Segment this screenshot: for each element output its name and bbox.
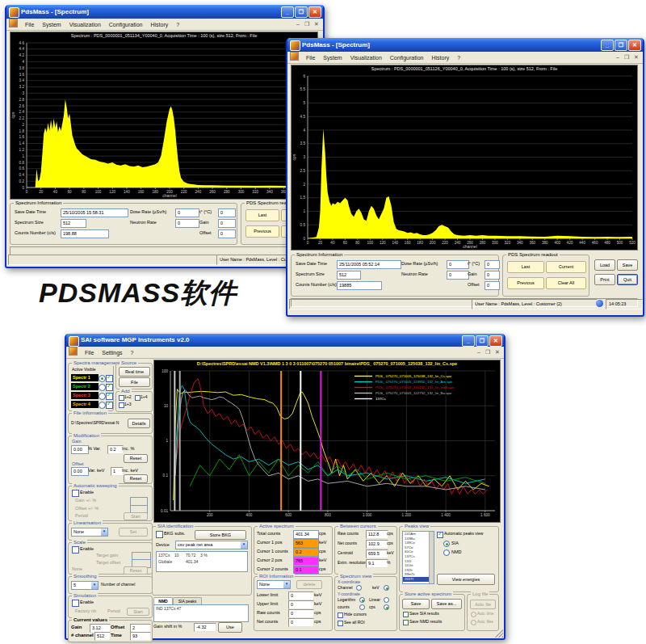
neutron-rate-value[interactable]: 0 (447, 271, 469, 280)
sia-results-list[interactable]: 137Cs 10 70.72 3 % Globale 401.34 (156, 551, 248, 572)
scale-enable-checkbox[interactable] (72, 546, 79, 554)
see-all-roi-checkbox[interactable] (338, 621, 343, 626)
last-button[interactable]: Last (245, 209, 279, 221)
gain-shift-value[interactable]: -4.32 (194, 623, 216, 632)
hide-cursors-checkbox[interactable] (338, 612, 343, 618)
dose-rate-value[interactable]: 0 (447, 260, 469, 269)
spectr4-label[interactable]: Spectr 4 (71, 401, 99, 408)
spectrum-size-value[interactable]: 512 (61, 219, 86, 228)
nmd-radio[interactable] (443, 549, 450, 556)
logarithm-radio[interactable] (359, 597, 365, 603)
add-1-2-checkbox[interactable] (119, 395, 124, 401)
upper-limit-value[interactable]: 0 (288, 600, 314, 609)
mdi-child-buttons[interactable]: – ❐ ✕ (616, 52, 640, 63)
save-nmd-results-checkbox[interactable] (403, 620, 409, 625)
resize-grip[interactable] (495, 629, 503, 638)
counts-radio[interactable] (359, 604, 365, 610)
menu-help[interactable]: ? (127, 347, 138, 359)
real-time-button[interactable]: Real time (119, 367, 150, 377)
save-sia-results-checkbox[interactable] (403, 612, 409, 617)
previous-button[interactable]: Previous (507, 277, 544, 289)
listbox-scrollbar[interactable] (429, 532, 434, 583)
menu-visualization[interactable]: Visualization (346, 53, 386, 64)
sia-result-row[interactable]: Globale 401.34 (157, 558, 247, 565)
view-energies-button[interactable]: View energies (437, 574, 495, 585)
simulation-enable-checkbox[interactable] (72, 600, 79, 607)
menu-configuration[interactable]: Configuration (386, 53, 428, 64)
spectr2-visible-checkbox[interactable] (106, 384, 113, 391)
gain-value[interactable]: 0 (484, 271, 500, 280)
counts-value[interactable]: 19885 (337, 281, 382, 290)
title-bar[interactable]: PdsMass - [Spectrum] _ ❐ ✕ (287, 38, 643, 52)
bkg-subs-checkbox[interactable] (156, 531, 163, 538)
kev-radio[interactable] (384, 585, 389, 591)
linearisation-select[interactable]: None (71, 528, 108, 537)
linear-radio[interactable] (384, 597, 389, 603)
spectr4-active-radio[interactable] (99, 402, 106, 409)
sia-radio[interactable] (443, 541, 450, 547)
menu-file[interactable]: File (21, 19, 38, 31)
minimize-button[interactable]: _ (281, 6, 294, 18)
temp-value[interactable]: 0 (484, 260, 500, 269)
menu-visualization[interactable]: Visualization (65, 19, 105, 31)
device-select[interactable]: csv peak net area (175, 541, 248, 549)
save-spectrum-button[interactable]: Save (402, 599, 430, 609)
sai-spectrum-plot[interactable]: D:\Spectres\SPRD\essai NMD V1.3\NMD 1 3 … (153, 360, 501, 523)
spectr3-visible-checkbox[interactable] (106, 393, 113, 400)
cps-radio[interactable] (384, 604, 389, 610)
file-button[interactable]: File (119, 377, 150, 387)
current-button[interactable]: Current (546, 261, 586, 273)
previous-button[interactable]: Previous (245, 225, 279, 238)
title-bar[interactable]: SAI software MGP Instruments v2.0 _ ❐ ✕ (66, 334, 504, 347)
spectr2-active-radio[interactable] (99, 384, 106, 391)
close-button[interactable]: ✕ (308, 6, 321, 18)
maximize-button[interactable]: ❐ (295, 6, 308, 18)
channel-radio[interactable] (356, 585, 362, 591)
spectrum-size-value[interactable]: 512 (337, 271, 361, 280)
automatic-peaks-checkbox[interactable] (437, 532, 443, 538)
sai-spectrum-chart[interactable]: 1001010.10.012004006008001 0001 2001 400… (154, 368, 500, 522)
close-button[interactable]: ✕ (628, 40, 641, 51)
menu-settings[interactable]: Settings (98, 347, 126, 359)
last-button[interactable]: Last (507, 261, 544, 273)
offset-spinner[interactable]: 0.00 (71, 467, 89, 476)
gain-value[interactable]: 0 (218, 219, 236, 228)
use-button[interactable]: Use (218, 622, 242, 633)
mdi-child-buttons[interactable]: – ❐ ✕ (296, 19, 321, 30)
sweeping-enable-checkbox[interactable] (72, 490, 79, 497)
temp-value[interactable]: 0 (218, 208, 236, 217)
isotope-listbox[interactable]: 241Am 133Ba 139Ce 57Co 60Co 137Cs 131I 1… (402, 531, 434, 584)
lower-limit-value[interactable]: 0 (288, 591, 314, 600)
menu-help[interactable]: ? (172, 19, 183, 31)
roi-select[interactable]: None (257, 580, 291, 589)
menu-help[interactable]: ? (453, 53, 464, 64)
minimize-button[interactable]: _ (601, 40, 614, 51)
gain-spinner[interactable]: 0.00 (71, 445, 89, 454)
menu-configuration[interactable]: Configuration (105, 19, 147, 31)
menu-file[interactable]: File (81, 347, 98, 359)
gain-reset-button[interactable]: Reset (124, 454, 148, 463)
print-button[interactable]: Print (594, 274, 615, 285)
save-button[interactable]: Save (617, 259, 638, 271)
details-button[interactable]: Details (128, 419, 150, 428)
title-bar[interactable]: PdsMass - [Spectrum] _ ❐ ✕ (6, 5, 323, 19)
offset-value[interactable]: 0 (484, 281, 500, 290)
gain-inc-value[interactable]: 0.2 (107, 445, 124, 454)
menu-history[interactable]: History (146, 19, 172, 31)
maximize-button[interactable]: ❐ (476, 335, 489, 347)
offset-reset-button[interactable]: Reset (124, 474, 148, 483)
add-1-3-checkbox[interactable] (119, 402, 124, 408)
menu-system[interactable]: System (319, 53, 346, 64)
spectr1-visible-checkbox[interactable] (106, 375, 113, 382)
spectr4-visible-checkbox[interactable] (106, 402, 113, 409)
spectr3-active-radio[interactable] (99, 393, 106, 400)
close-button[interactable]: ✕ (489, 335, 502, 347)
mdi-child-buttons[interactable]: – ❐ ✕ (477, 347, 501, 358)
menu-history[interactable]: History (427, 53, 453, 64)
maximize-button[interactable]: ❐ (615, 40, 627, 51)
clear-all-button[interactable]: Clear All (546, 277, 586, 289)
add-1-4-checkbox[interactable] (135, 395, 141, 401)
load-button[interactable]: Load (594, 259, 615, 271)
minimize-button[interactable]: _ (462, 335, 475, 347)
neutron-rate-value[interactable]: 0 (175, 219, 199, 228)
